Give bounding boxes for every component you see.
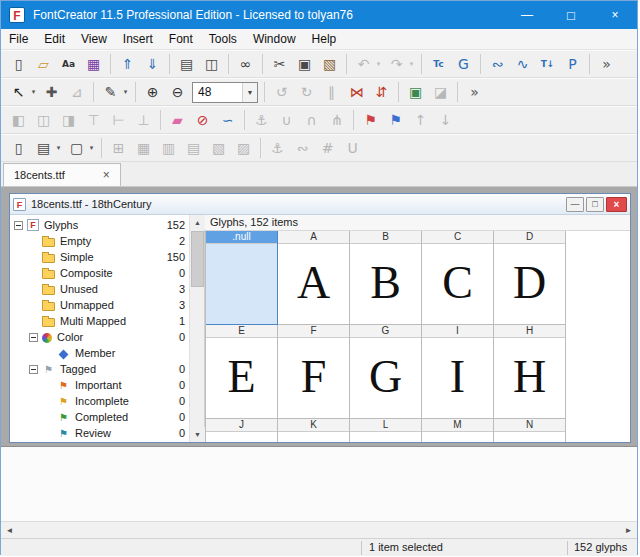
paste-button[interactable]: ▧	[318, 53, 341, 76]
pan-tool-button[interactable]: ✚	[40, 81, 63, 104]
document-maximize-button[interactable]: □	[586, 197, 604, 212]
flip-vertical-button[interactable]: ⇵	[370, 81, 393, 104]
zoom-out-button[interactable]: ⊖	[166, 81, 189, 104]
dropdown-arrow-icon[interactable]: ▾	[54, 144, 63, 152]
zoom-in-button[interactable]: ⊕	[141, 81, 164, 104]
glyph-transformer-button[interactable]: Tc	[427, 53, 450, 76]
export-image-button[interactable]: ⇓	[141, 53, 164, 76]
tree-item-simple[interactable]: Simple150	[10, 249, 189, 265]
flip-horizontal-button[interactable]: ⋈	[345, 81, 368, 104]
tree-item-incomplete[interactable]: ⚑Incomplete0	[10, 393, 189, 409]
tree-item-multi-mapped[interactable]: Multi Mapped1	[10, 313, 189, 329]
insert-characters-button[interactable]: T↓	[536, 53, 559, 76]
glyph-cell-b[interactable]: BB	[350, 231, 422, 325]
tree-item-member[interactable]: Member	[10, 345, 189, 361]
scrollbar-thumb[interactable]	[191, 231, 204, 287]
menu-item-file[interactable]: File	[1, 30, 36, 48]
curve-tool-button[interactable]: ∽	[216, 109, 239, 132]
menu-item-help[interactable]: Help	[304, 30, 345, 48]
toolbar-overflow-button[interactable]: »	[595, 53, 618, 76]
export-font-button[interactable]: ⇑	[116, 53, 139, 76]
glyph-cell-null[interactable]: .null	[206, 231, 278, 325]
insert-glyph-button[interactable]: ▤	[32, 137, 55, 160]
kerning-pairs-button[interactable]: ∾	[486, 53, 509, 76]
tree-item-unmapped[interactable]: Unmapped3	[10, 297, 189, 313]
find-button[interactable]: ∞	[234, 53, 257, 76]
dropdown-arrow-icon[interactable]: ▾	[87, 144, 96, 152]
glyph-cell-m[interactable]: MM	[422, 419, 494, 442]
tab-close-icon[interactable]: ×	[103, 168, 110, 182]
collapse-icon[interactable]	[29, 333, 38, 342]
cut-button[interactable]: ✂	[268, 53, 291, 76]
glyph-cell-c[interactable]: CC	[422, 231, 494, 325]
document-tab[interactable]: 18cents.ttf ×	[3, 163, 121, 186]
tree-item-empty[interactable]: Empty2	[10, 233, 189, 249]
tree-scrollbar[interactable]: ▲ ▼	[189, 215, 204, 442]
font-overview-button[interactable]: Aa	[57, 53, 80, 76]
new-composite-button[interactable]: ▢	[65, 137, 88, 160]
menu-item-edit[interactable]: Edit	[36, 30, 73, 48]
glyph-cell-j[interactable]: JJ	[206, 419, 278, 442]
menu-item-view[interactable]: View	[73, 30, 115, 48]
close-button[interactable]: ×	[593, 1, 637, 29]
open-font-button[interactable]: ▱	[32, 53, 55, 76]
glyph-cell-n[interactable]: NN	[494, 419, 566, 442]
print-button[interactable]: ▤	[175, 53, 198, 76]
tree-item-completed[interactable]: ⚑Completed0	[10, 409, 189, 425]
tree-item-composite[interactable]: Composite0	[10, 265, 189, 281]
menu-item-window[interactable]: Window	[245, 30, 304, 48]
add-glyphs-button[interactable]: ▯	[7, 137, 30, 160]
tag-important-button[interactable]: ⚑	[359, 109, 382, 132]
save-font-button[interactable]: ▦	[82, 53, 105, 76]
dropdown-arrow-icon[interactable]: ▾	[29, 88, 38, 96]
menu-item-insert[interactable]: Insert	[115, 30, 161, 48]
glyph-cell-i[interactable]: II	[422, 325, 494, 419]
eraser-tool-button[interactable]: ▰	[166, 109, 189, 132]
delete-contour-button[interactable]: ⊘	[191, 109, 214, 132]
font-settings-button[interactable]: P	[561, 53, 584, 76]
minimize-button[interactable]: —	[505, 1, 549, 29]
glyph-cell-k[interactable]: KK	[278, 419, 350, 442]
contour-tool-button[interactable]: ✎	[99, 81, 122, 104]
dropdown-arrow-icon[interactable]: ▾	[121, 88, 130, 96]
document-window-titlebar[interactable]: F 18cents.ttf - 18thCentury — □ ×	[10, 194, 630, 215]
tree-item-glyphs[interactable]: FGlyphs152	[10, 217, 189, 233]
tree-item-tagged[interactable]: ⚑Tagged0	[10, 361, 189, 377]
scroll-left-icon[interactable]: ◄	[1, 522, 18, 538]
tree-item-workspace[interactable]: ⚑Workspace	[10, 441, 189, 442]
tag-review-button[interactable]: ⚑	[384, 109, 407, 132]
glyph-cell-f[interactable]: FF	[278, 325, 350, 419]
glyph-cell-l[interactable]: LL	[350, 419, 422, 442]
export-image-icon: ⇓	[147, 57, 159, 71]
glyph-cell-g[interactable]: GG	[350, 325, 422, 419]
tree-item-color[interactable]: Color0	[10, 329, 189, 345]
tree-item-important[interactable]: ⚑Important0	[10, 377, 189, 393]
collapse-icon[interactable]	[14, 221, 23, 230]
insert-image-button[interactable]: ▣	[404, 81, 427, 104]
copy-button[interactable]: ▣	[293, 53, 316, 76]
autonaming-button[interactable]: G	[452, 53, 475, 76]
toolbar-overflow-button[interactable]: »	[463, 81, 486, 104]
zoom-level-combo[interactable]: 48▼	[192, 82, 258, 103]
glyph-cell-e[interactable]: EE	[206, 325, 278, 419]
maximize-button[interactable]: □	[549, 1, 593, 29]
menu-item-tools[interactable]: Tools	[201, 30, 245, 48]
tree-item-review[interactable]: ⚑Review0	[10, 425, 189, 441]
glyph-cell-h[interactable]: HH	[494, 325, 566, 419]
print-preview-button[interactable]: ◫	[200, 53, 223, 76]
glyph-cell-a[interactable]: AA	[278, 231, 350, 325]
glyph-cell-d[interactable]: DD	[494, 231, 566, 325]
collapse-icon[interactable]	[29, 365, 38, 374]
chevron-down-icon[interactable]: ▼	[242, 83, 257, 102]
scroll-up-icon[interactable]: ▲	[190, 215, 205, 230]
scroll-right-icon[interactable]: ►	[620, 522, 637, 538]
select-tool-button[interactable]: ↖	[7, 81, 30, 104]
tree-item-unused[interactable]: Unused3	[10, 281, 189, 297]
new-font-button[interactable]: ▯	[7, 53, 30, 76]
document-minimize-button[interactable]: —	[566, 197, 584, 212]
menu-item-font[interactable]: Font	[161, 30, 201, 48]
opentype-designer-button[interactable]: ∿	[511, 53, 534, 76]
scroll-down-icon[interactable]: ▼	[190, 427, 205, 442]
horizontal-scrollbar[interactable]: ◄ ►	[1, 521, 637, 538]
document-close-button[interactable]: ×	[606, 197, 627, 212]
